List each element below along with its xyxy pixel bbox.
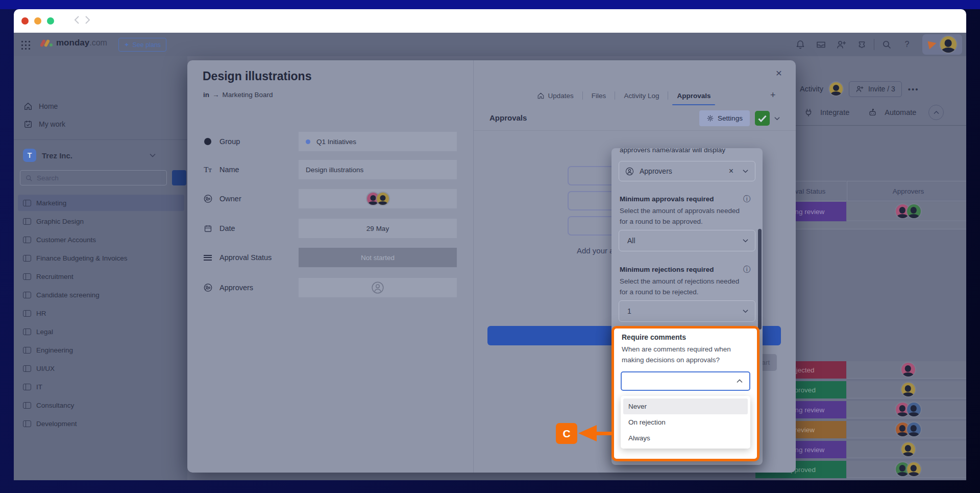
sidebar-board-finance[interactable]: Finance Budgeting & Invoices — [18, 250, 184, 266]
inbox-tray-icon[interactable] — [811, 37, 831, 52]
add-board-button[interactable] — [172, 170, 186, 185]
approvers-cell[interactable] — [847, 401, 966, 418]
automate-label[interactable]: Automate — [885, 108, 916, 116]
apps-grid-icon[interactable] — [20, 39, 30, 50]
see-plans-button[interactable]: ✦ See plans — [118, 38, 166, 52]
sidebar-item-my-work[interactable]: My work — [18, 116, 183, 132]
search-input[interactable] — [37, 174, 149, 182]
section-divider — [474, 130, 796, 131]
pointer-arrow-head — [578, 425, 597, 441]
column-header-approvers[interactable]: Approvers — [847, 181, 966, 201]
back-icon[interactable] — [74, 15, 80, 25]
tab-files[interactable]: Files — [583, 87, 615, 104]
sidebar-divider — [14, 139, 187, 140]
board-icon — [23, 292, 31, 298]
integrate-label[interactable]: Integrate — [820, 108, 849, 116]
option-always[interactable]: Always — [623, 430, 748, 446]
close-window-button[interactable] — [21, 17, 29, 25]
close-icon[interactable]: × — [771, 65, 787, 81]
field-value-approvers[interactable] — [299, 278, 457, 297]
require-comments-select[interactable] — [621, 371, 750, 391]
sidebar-board-it[interactable]: IT — [18, 379, 184, 395]
info-icon[interactable]: ⓘ — [743, 265, 750, 274]
sidebar-board-legal[interactable]: Legal — [18, 323, 184, 340]
chevron-down-icon[interactable] — [774, 116, 780, 121]
tab-activity-log[interactable]: Activity Log — [615, 87, 668, 104]
approvers-column-select[interactable]: Approvers × — [619, 161, 755, 181]
approvers-cell[interactable] — [847, 381, 966, 398]
tab-updates[interactable]: Updates — [528, 87, 582, 104]
item-title: Design illustrations — [203, 69, 311, 83]
sidebar-board-development[interactable]: Development — [18, 415, 184, 432]
sidebar-board-recruitment[interactable]: Recruitment — [18, 268, 184, 285]
clipped-help-text: approvers name/avatar will display — [620, 148, 752, 156]
topbar-divider — [874, 39, 874, 50]
approval-checkbox[interactable] — [755, 111, 770, 126]
sidebar-board-candidate-screening[interactable]: Candidate screening — [18, 287, 184, 303]
info-icon[interactable]: ⓘ — [743, 195, 750, 204]
sidebar-board-graphic-design[interactable]: Graphic Design — [18, 213, 184, 229]
help-icon[interactable]: ? — [897, 37, 917, 52]
sidebar-board-uiux[interactable]: UI/UX — [18, 360, 184, 377]
approvals-section-title: Approvals — [489, 113, 527, 122]
home-icon — [23, 102, 33, 111]
field-label-approval-status: Approval Status — [203, 248, 272, 267]
approvers-cell[interactable] — [847, 461, 966, 478]
sidebar-board-marketing[interactable]: Marketing — [18, 195, 184, 211]
settings-button[interactable]: Settings — [699, 110, 750, 126]
field-value-approval-status[interactable]: Not started — [299, 248, 457, 267]
chevron-down-icon[interactable] — [743, 169, 748, 173]
search-icon[interactable] — [876, 37, 897, 52]
notifications-bell-icon[interactable] — [790, 37, 811, 52]
browser-titlebar — [14, 9, 966, 33]
activity-avatar — [829, 82, 843, 96]
sidebar: Home My work T Trez Inc. Marketing Graph… — [14, 56, 187, 480]
window-controls — [21, 17, 54, 25]
panel-scrollbar[interactable] — [758, 229, 762, 330]
board-more-icon[interactable]: ••• — [908, 85, 919, 93]
min-rejections-select[interactable]: 1 — [619, 300, 755, 322]
field-value-date[interactable]: 29 May — [299, 219, 457, 238]
field-value-name[interactable]: Design illustrations — [299, 160, 457, 179]
remove-icon[interactable]: × — [729, 167, 733, 176]
min-rejections-label: Minimum rejections required — [620, 266, 714, 273]
sidebar-board-customer-accounts[interactable]: Customer Accounts — [18, 231, 184, 248]
board-icon — [23, 200, 31, 206]
board-icon — [23, 310, 31, 317]
approvers-cell[interactable] — [847, 361, 966, 379]
sidebar-board-engineering[interactable]: Engineering — [18, 342, 184, 358]
apps-marketplace-icon[interactable] — [851, 37, 872, 52]
approvers-cell[interactable] — [847, 441, 966, 458]
maximize-window-button[interactable] — [47, 17, 54, 25]
forward-icon[interactable] — [85, 15, 90, 25]
collapse-icon[interactable] — [928, 105, 944, 120]
board-icon — [23, 347, 31, 354]
add-tab-icon[interactable]: + — [770, 90, 776, 101]
approvers-cell[interactable] — [847, 202, 966, 221]
invite-members-icon[interactable] — [831, 37, 851, 52]
sidebar-item-home[interactable]: Home — [18, 98, 183, 114]
sidebar-board-consultancy[interactable]: Consultancy — [18, 397, 184, 413]
activity-label[interactable]: Activity — [800, 85, 823, 93]
approvers-cell[interactable] — [847, 421, 966, 438]
monday-logo[interactable]: monday.com — [41, 38, 107, 48]
sparkle-icon: ✦ — [124, 41, 129, 49]
sidebar-search[interactable] — [20, 170, 167, 185]
option-never[interactable]: Never — [623, 398, 748, 414]
option-on-rejection[interactable]: On rejection — [623, 414, 748, 430]
chevron-down-icon — [743, 309, 748, 313]
min-approvals-select[interactable]: All — [619, 230, 755, 251]
sidebar-board-hr[interactable]: HR — [18, 305, 184, 321]
minimize-window-button[interactable] — [34, 17, 41, 25]
field-label-approvers: Approvers — [203, 278, 253, 297]
invite-button[interactable]: Invite / 3 — [849, 81, 902, 97]
breadcrumb[interactable]: in → Marketing Board — [203, 91, 273, 99]
user-avatar[interactable] — [940, 36, 957, 53]
tab-approvals[interactable]: Approvals — [668, 87, 719, 104]
people-icon — [203, 194, 213, 203]
field-value-owner[interactable] — [299, 189, 457, 208]
workspace-switcher[interactable]: T Trez Inc. — [18, 147, 183, 163]
account-switcher[interactable] — [922, 34, 962, 55]
chevron-down-icon[interactable] — [150, 153, 156, 157]
field-value-group[interactable]: Q1 Initiatives — [299, 132, 457, 151]
